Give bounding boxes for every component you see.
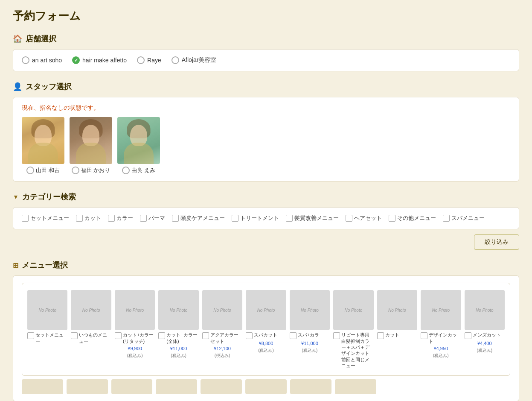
category-checkbox-cat-7[interactable] [286,215,293,222]
menu-name-menu-11: メンズカット [473,332,501,338]
menu-item-menu-11[interactable]: No Photoメンズカット¥4,400(税込み) [465,290,505,369]
category-item-cat-4[interactable]: パーマ [140,214,165,222]
category-checkbox-cat-1[interactable] [22,215,29,222]
menu-item-menu-4[interactable]: No Photoカット+カラー(全体)¥11,000(税込み) [158,290,198,369]
menu-checkbox-menu-2[interactable] [71,332,78,339]
staff-name-staff-1: 山田 和古 [36,167,60,174]
menu-price-menu-11: ¥4,400 [477,341,492,346]
menu-checkbox-menu-3[interactable] [115,332,122,339]
menu-checkbox-menu-11[interactable] [465,332,471,339]
category-checkbox-cat-10[interactable] [443,215,450,222]
category-item-cat-8[interactable]: ヘアセット [346,214,382,222]
menu-item-menu-10[interactable]: No Photoデザインカット¥4,950(税込み) [421,290,461,369]
store-radio-store-2[interactable] [72,56,80,64]
store-item-store-3[interactable]: Raye [137,56,161,64]
staff-icon: 👤 [13,82,22,91]
menu-price-menu-7: ¥11,000 [301,341,318,346]
category-item-cat-6[interactable]: トリートメント [232,214,279,222]
menu-checkbox-menu-7[interactable] [290,332,297,339]
category-label-cat-10: スパメニュー [451,214,485,222]
filter-button[interactable]: 絞り込み [474,234,519,250]
menu-checkbox-menu-9[interactable] [377,332,384,339]
menu-item-menu-1[interactable]: No Photoセットメニュー [27,290,67,369]
category-checkbox-cat-2[interactable] [76,215,83,222]
staff-card-staff-3[interactable]: 由良 えみ [117,117,160,174]
category-item-cat-10[interactable]: スパメニュー [443,214,485,222]
category-label-cat-1: セットメニュー [30,214,69,222]
menu-photo-menu-7: No Photo [290,290,330,330]
category-item-cat-3[interactable]: カラー [108,214,133,222]
menu-checkbox-menu-10[interactable] [421,332,427,339]
staff-radio-staff-1[interactable] [26,167,34,174]
menu-bottom-strip-6 [290,379,331,394]
menu-checkbox-menu-5[interactable] [202,332,209,339]
menu-icon: ⊞ [13,261,18,269]
category-checkbox-cat-4[interactable] [140,215,147,222]
store-radio-store-4[interactable] [172,56,179,64]
menu-checkbox-menu-4[interactable] [158,332,165,339]
menu-name-menu-1: セットメニュー [35,332,67,344]
menu-item-menu-9[interactable]: No Photoカット [377,290,417,369]
menu-photo-menu-2: No Photo [71,290,111,330]
menu-checkbox-menu-1[interactable] [27,332,34,339]
category-checkbox-cat-8[interactable] [346,215,352,222]
menu-section-header: ⊞ メニュー選択 [13,260,519,270]
menu-photo-menu-3: No Photo [115,290,155,330]
category-item-cat-7[interactable]: 髪質改善メニュー [286,214,339,222]
menu-photo-menu-9: No Photo [377,290,417,330]
category-checkbox-cat-3[interactable] [108,215,115,222]
staff-photo-staff-1 [22,117,64,164]
menu-checkbox-menu-8[interactable] [333,332,340,339]
menu-name-row-menu-4: カット+カラー(全体) [158,332,198,344]
staff-grid: 山田 和古福田 かおり由良 えみ [22,117,510,174]
menu-name-row-menu-8: リピート専用 白髪抑制カラー＋スパ＋デザインカット前回と同じメニュー [333,332,373,369]
menu-photo-menu-5: No Photo [202,290,242,330]
store-label-store-3: Raye [147,57,161,64]
category-checkbox-cat-6[interactable] [232,215,238,222]
menu-price-menu-3: ¥9,900 [128,346,142,351]
category-item-cat-1[interactable]: セットメニュー [22,214,69,222]
store-item-store-4[interactable]: Aflojar美容室 [172,56,217,64]
menu-bottom-strip-3 [156,379,197,394]
menu-tax-menu-5: (税込み) [215,353,230,359]
menu-item-menu-6[interactable]: No Photoスパカット¥8,800(税込み) [246,290,286,369]
menu-item-menu-3[interactable]: No Photoカット+カラー(リタッチ)¥9,900(税込み) [115,290,155,369]
staff-section-header: 👤 スタッフ選択 [13,82,519,92]
category-checkbox-cat-5[interactable] [172,215,179,222]
staff-radio-staff-3[interactable] [122,167,130,174]
store-radio-store-3[interactable] [137,56,145,64]
menu-name-menu-10: デザインカット [429,332,461,344]
category-item-cat-2[interactable]: カット [76,214,101,222]
menu-name-menu-4: カット+カラー(全体) [166,332,198,344]
staff-card-staff-1[interactable]: 山田 和古 [22,117,64,174]
menu-item-menu-7[interactable]: No Photoスパ+カラ¥11,000(税込み) [290,290,330,369]
category-item-cat-9[interactable]: その他メニュー [389,214,436,222]
menu-name-row-menu-1: セットメニュー [27,332,67,344]
menu-photo-menu-4: No Photo [158,290,198,330]
store-radio-store-1[interactable] [22,56,29,64]
menu-tax-menu-11: (税込み) [477,348,492,354]
menu-section-label: メニュー選択 [22,260,68,270]
category-checkbox-cat-9[interactable] [389,215,395,222]
menu-item-menu-5[interactable]: No Photoアクアカラーセット¥12,100(税込み) [202,290,242,369]
category-label-cat-5: 頭皮ケアメニュー [180,214,225,222]
staff-name-staff-3: 由良 えみ [131,167,155,174]
menu-bottom-strip-5 [245,379,287,394]
menu-name-menu-7: スパ+カラ [298,332,319,338]
category-item-cat-5[interactable]: 頭皮ケアメニュー [172,214,225,222]
menu-item-menu-8[interactable]: No Photoリピート専用 白髪抑制カラー＋スパ＋デザインカット前回と同じメニ… [333,290,373,369]
page-title: 予約フォーム [13,9,519,23]
staff-card-staff-2[interactable]: 福田 かおり [70,117,112,174]
menu-bottom-strip-4 [201,379,242,394]
staff-radio-staff-2[interactable] [72,167,79,174]
staff-section-label: スタッフ選択 [26,82,72,92]
store-item-store-1[interactable]: an art soho [22,56,62,64]
menu-checkbox-menu-6[interactable] [246,332,253,339]
menu-price-menu-4: ¥11,000 [170,346,187,351]
store-item-store-2[interactable]: hair make affetto [72,56,127,64]
category-label-cat-9: その他メニュー [397,214,436,222]
menu-item-menu-2[interactable]: No Photoいつものメニュー [71,290,111,369]
store-icon: 🏠 [13,34,22,44]
menu-name-row-menu-2: いつものメニュー [71,332,111,344]
store-panel: an art sohohair make affettoRayeAflojar美… [13,49,519,71]
